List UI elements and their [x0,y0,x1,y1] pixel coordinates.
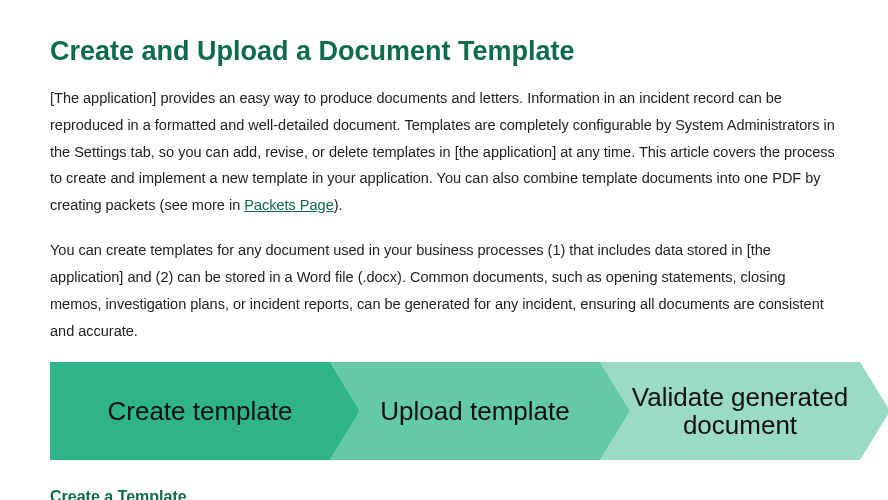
flow-step-3: Validate generated document [600,362,888,460]
section-heading-create-template: Create a Template [50,488,838,500]
flow-step-2-label: Upload template [330,397,630,426]
flow-step-1: Create template [50,362,360,460]
packets-page-link[interactable]: Packets Page [244,197,333,213]
intro-paragraph-1: [The application] provides an easy way t… [50,85,838,219]
process-flow-diagram: Create template Upload template Validate… [50,362,838,460]
intro-paragraph-1-post: ). [334,197,343,213]
page-title: Create and Upload a Document Template [50,36,838,67]
intro-paragraph-1-pre: [The application] provides an easy way t… [50,90,835,213]
flow-step-2: Upload template [330,362,630,460]
flow-step-1-label: Create template [50,397,360,426]
intro-paragraph-2: You can create templates for any documen… [50,237,838,344]
flow-step-3-label: Validate generated document [600,383,888,440]
